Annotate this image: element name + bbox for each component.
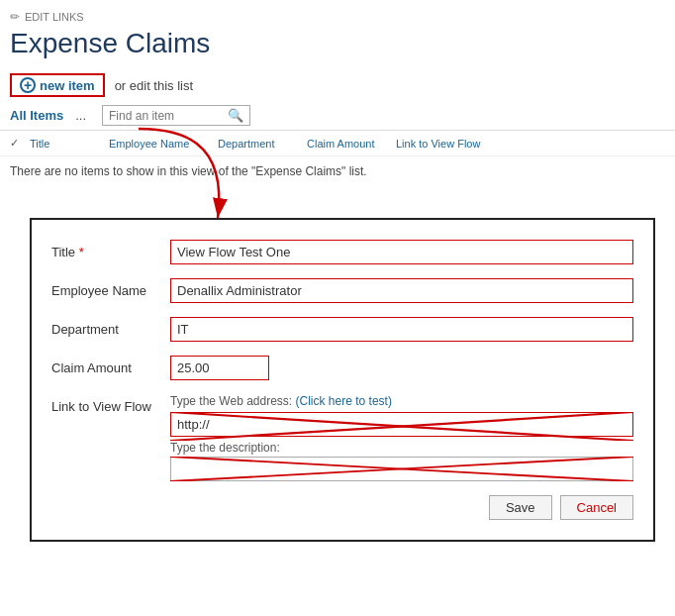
claim-amount-column-header[interactable]: Claim Amount bbox=[307, 138, 396, 150]
link-field-wrapper bbox=[170, 412, 633, 441]
link-label: Link to View Flow bbox=[51, 394, 170, 414]
department-column-header[interactable]: Department bbox=[218, 138, 307, 150]
web-address-label: Type the Web address: bbox=[170, 394, 292, 408]
search-input[interactable] bbox=[109, 109, 228, 123]
title-column-header[interactable]: Title bbox=[30, 138, 109, 150]
description-label: Type the description: bbox=[170, 441, 633, 455]
pencil-icon: ✏ bbox=[10, 10, 20, 24]
all-items-link[interactable]: All Items bbox=[10, 108, 63, 123]
click-here-link[interactable]: (Click here to test) bbox=[296, 394, 392, 408]
link-label-row: Type the Web address: (Click here to tes… bbox=[170, 394, 633, 408]
edit-links-bar: ✏ EDIT LINKS bbox=[0, 0, 675, 28]
form-buttons: Save Cancel bbox=[51, 495, 633, 520]
search-box: 🔍 bbox=[102, 105, 250, 126]
search-icon[interactable]: 🔍 bbox=[228, 108, 243, 123]
new-item-label: new item bbox=[40, 78, 95, 93]
title-form-row: Title * bbox=[51, 240, 633, 264]
column-headers: ✓ Title Employee Name Department Claim A… bbox=[0, 131, 675, 156]
or-edit-text: or edit this list bbox=[115, 78, 193, 93]
department-field bbox=[170, 317, 633, 342]
title-input[interactable] bbox=[170, 240, 633, 264]
link-form-row: Link to View Flow Type the Web address: … bbox=[51, 394, 633, 481]
toolbar: + new item or edit this list bbox=[0, 69, 675, 101]
employee-name-column-header[interactable]: Employee Name bbox=[109, 138, 218, 150]
title-field bbox=[170, 240, 633, 264]
department-label: Department bbox=[51, 317, 170, 337]
desc-field-wrapper bbox=[170, 457, 633, 481]
claim-amount-input[interactable] bbox=[170, 356, 269, 380]
employee-name-field bbox=[170, 278, 633, 303]
ellipsis-button[interactable]: ... bbox=[71, 108, 90, 123]
link-to-view-flow-column-header[interactable]: Link to View Flow bbox=[396, 138, 495, 150]
claim-amount-field bbox=[170, 356, 633, 380]
page-wrapper: ✏ EDIT LINKS Expense Claims + new item o… bbox=[0, 0, 675, 616]
claim-amount-form-row: Claim Amount bbox=[51, 356, 633, 380]
empty-message: There are no items to show in this view … bbox=[0, 156, 675, 186]
edit-links-label[interactable]: EDIT LINKS bbox=[25, 11, 84, 23]
department-form-row: Department bbox=[51, 317, 633, 342]
link-url-input[interactable] bbox=[170, 412, 633, 437]
employee-name-form-row: Employee Name bbox=[51, 278, 633, 303]
nav-bar: All Items ... 🔍 bbox=[0, 101, 675, 131]
page-title: Expense Claims bbox=[0, 28, 675, 69]
cancel-button[interactable]: Cancel bbox=[560, 495, 633, 520]
title-label: Title * bbox=[51, 240, 170, 259]
employee-name-label: Employee Name bbox=[51, 278, 170, 298]
link-section: Type the Web address: (Click here to tes… bbox=[170, 394, 633, 481]
plus-icon: + bbox=[20, 77, 36, 93]
form-panel: Title * Employee Name Department Claim A… bbox=[30, 218, 655, 542]
employee-name-input[interactable] bbox=[170, 278, 633, 303]
description-input[interactable] bbox=[170, 457, 633, 481]
new-item-button[interactable]: + new item bbox=[10, 73, 105, 97]
title-required: * bbox=[79, 245, 84, 259]
check-column: ✓ bbox=[10, 137, 30, 150]
save-button[interactable]: Save bbox=[489, 495, 552, 520]
department-input[interactable] bbox=[170, 317, 633, 342]
claim-amount-label: Claim Amount bbox=[51, 356, 170, 375]
